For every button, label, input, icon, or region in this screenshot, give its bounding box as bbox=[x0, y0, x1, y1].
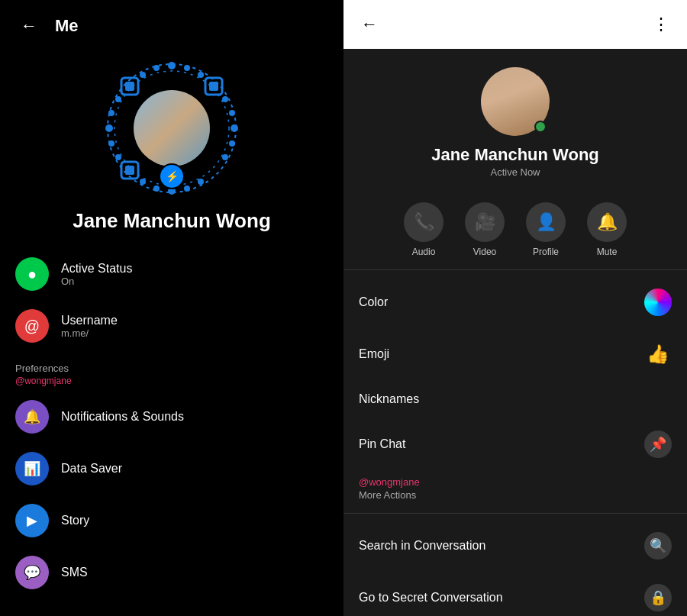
notifications-icon: 🔔 bbox=[15, 400, 49, 434]
video-label: Video bbox=[473, 247, 496, 257]
sms-label: SMS bbox=[61, 566, 88, 579]
left-panel: ← Me bbox=[0, 0, 344, 616]
pin-username: @wongmjane bbox=[344, 470, 687, 488]
audio-action-button[interactable]: 📞 Audio bbox=[404, 202, 443, 257]
sms-icon: 💬 bbox=[15, 556, 49, 589]
mute-action-button[interactable]: 🔔 Mute bbox=[587, 202, 627, 257]
secret-convo-icon: 🔒 bbox=[644, 584, 672, 611]
contact-avatar-wrapper bbox=[481, 67, 550, 136]
contact-status: Active Now bbox=[490, 166, 540, 178]
profile-label: Profile bbox=[533, 247, 559, 257]
svg-point-2 bbox=[168, 62, 176, 69]
secret-convo-label: Go to Secret Conversation bbox=[359, 591, 503, 605]
active-status-sublabel: On bbox=[61, 276, 132, 287]
menu-item-story[interactable]: ▶ Story bbox=[0, 495, 344, 547]
pin-chat-label: Pin Chat bbox=[359, 437, 405, 451]
right-menu-item-pin-chat[interactable]: Pin Chat 📌 bbox=[344, 418, 687, 470]
right-header: ← ⋮ bbox=[344, 0, 687, 49]
username-icon: @ bbox=[15, 309, 49, 343]
emoji-icon: 👍 bbox=[644, 340, 672, 368]
video-action-button[interactable]: 🎥 Video bbox=[465, 202, 505, 257]
right-menu-item-search-convo[interactable]: Search in Conversation 🔍 bbox=[344, 520, 687, 572]
contact-section: Jane Manchun Wong Active Now bbox=[344, 49, 687, 190]
right-menu-item-nicknames[interactable]: Nicknames bbox=[344, 380, 687, 418]
data-saver-label: Data Saver bbox=[61, 462, 122, 476]
action-buttons: 📞 Audio 🎥 Video 👤 Profile 🔔 Mute bbox=[344, 190, 687, 263]
svg-point-20 bbox=[222, 96, 228, 102]
messenger-badge: ⚡ bbox=[159, 163, 185, 189]
pin-icon: 📌 bbox=[644, 431, 672, 458]
left-title: Me bbox=[55, 16, 79, 36]
mute-label: Mute bbox=[597, 247, 618, 257]
story-label: Story bbox=[61, 514, 89, 527]
emoji-label: Emoji bbox=[359, 347, 389, 361]
menu-item-sms[interactable]: 💬 SMS bbox=[0, 547, 344, 598]
profile-qr-section: ⚡ Jane Manchun Wong bbox=[0, 52, 344, 248]
svg-point-12 bbox=[105, 124, 113, 132]
menu-item-data-saver[interactable]: 📊 Data Saver bbox=[0, 443, 344, 495]
notifications-text: Notifications & Sounds bbox=[61, 410, 184, 424]
menu-item-username[interactable]: @ Username m.me/ bbox=[0, 300, 344, 352]
svg-point-21 bbox=[222, 154, 228, 160]
svg-point-13 bbox=[108, 110, 114, 116]
svg-point-9 bbox=[153, 185, 160, 192]
right-content: Jane Manchun Wong Active Now 📞 Audio 🎥 V… bbox=[344, 49, 687, 616]
left-menu-list: ● Active Status On @ Username m.me/ Pref… bbox=[0, 248, 344, 616]
svg-rect-25 bbox=[209, 82, 218, 91]
mute-icon: 🔔 bbox=[587, 202, 627, 242]
audio-icon: 📞 bbox=[404, 202, 443, 242]
username-sublabel: m.me/ bbox=[61, 327, 118, 339]
svg-point-8 bbox=[184, 185, 190, 192]
left-header: ← Me bbox=[0, 0, 344, 52]
svg-rect-27 bbox=[125, 166, 134, 175]
profile-icon: 👤 bbox=[526, 202, 566, 242]
right-menu-item-color[interactable]: Color bbox=[344, 276, 687, 328]
svg-point-3 bbox=[184, 65, 190, 71]
right-menu-item-emoji[interactable]: Emoji 👍 bbox=[344, 328, 687, 380]
data-saver-icon: 📊 bbox=[15, 452, 49, 485]
contact-name: Jane Manchun Wong bbox=[431, 145, 599, 165]
right-back-button[interactable]: ← bbox=[356, 11, 383, 38]
svg-point-10 bbox=[198, 179, 204, 185]
nicknames-label: Nicknames bbox=[359, 392, 419, 406]
username-label: Username bbox=[61, 314, 118, 327]
more-actions-label: More Actions bbox=[344, 488, 687, 507]
right-more-button[interactable]: ⋮ bbox=[647, 11, 675, 38]
data-saver-text: Data Saver bbox=[61, 462, 122, 476]
online-status-dot bbox=[534, 121, 547, 133]
menu-item-active-status[interactable]: ● Active Status On bbox=[0, 248, 344, 300]
svg-point-5 bbox=[198, 72, 204, 78]
search-convo-icon: 🔍 bbox=[644, 532, 672, 560]
left-back-button[interactable]: ← bbox=[15, 12, 43, 40]
svg-point-17 bbox=[231, 124, 238, 132]
profile-name: Jane Manchun Wong bbox=[73, 209, 271, 233]
qr-avatar bbox=[134, 90, 210, 166]
svg-point-6 bbox=[140, 72, 146, 78]
preferences-section-header: Preferences bbox=[0, 352, 344, 376]
qr-avatar-image bbox=[134, 90, 210, 166]
svg-point-19 bbox=[229, 140, 235, 147]
divider-2 bbox=[344, 513, 687, 514]
color-label: Color bbox=[359, 295, 388, 309]
preferences-username: @wongmjane bbox=[0, 376, 344, 391]
search-convo-label: Search in Conversation bbox=[359, 539, 485, 553]
right-menu-item-secret-convo[interactable]: Go to Secret Conversation 🔒 bbox=[344, 572, 687, 616]
svg-point-4 bbox=[153, 65, 160, 71]
active-status-label: Active Status bbox=[61, 262, 132, 276]
right-panel: ← ⋮ Jane Manchun Wong Active Now 📞 Audio… bbox=[344, 0, 687, 616]
svg-point-11 bbox=[140, 179, 146, 185]
messenger-icon: ⚡ bbox=[166, 170, 179, 182]
notifications-label: Notifications & Sounds bbox=[61, 410, 184, 424]
story-icon: ▶ bbox=[15, 504, 49, 537]
username-text: Username m.me/ bbox=[61, 314, 118, 339]
svg-point-15 bbox=[115, 96, 121, 102]
divider-1 bbox=[344, 269, 687, 270]
color-icon bbox=[644, 289, 672, 316]
story-text: Story bbox=[61, 514, 89, 527]
svg-point-14 bbox=[108, 140, 114, 147]
active-status-icon: ● bbox=[15, 257, 49, 291]
audio-label: Audio bbox=[412, 247, 436, 257]
video-icon: 🎥 bbox=[465, 202, 505, 242]
profile-action-button[interactable]: 👤 Profile bbox=[526, 202, 566, 257]
menu-item-notifications[interactable]: 🔔 Notifications & Sounds bbox=[0, 391, 344, 443]
